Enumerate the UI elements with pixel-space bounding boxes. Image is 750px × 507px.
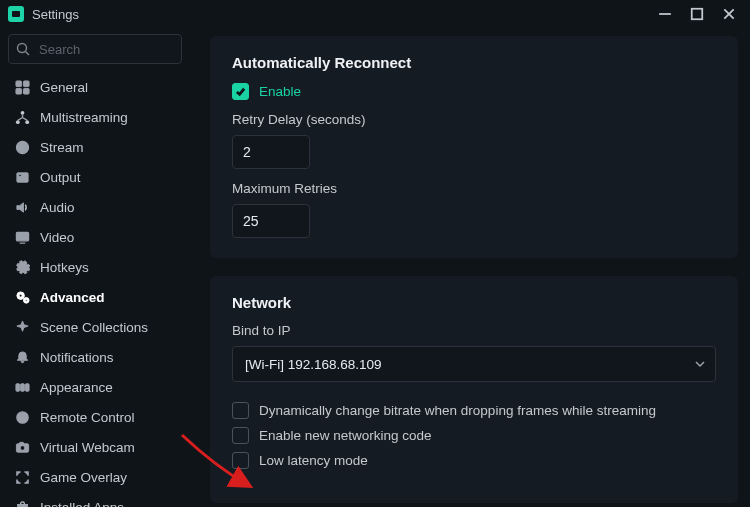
- sidebar-item-notifications[interactable]: Notifications: [6, 342, 184, 372]
- svg-point-5: [18, 44, 27, 53]
- gear-icon: [14, 259, 30, 275]
- svg-rect-2: [692, 9, 703, 20]
- sidebar: GeneralMultistreamingStreamOutputAudioVi…: [0, 28, 190, 507]
- sidebar-item-scene-collections[interactable]: Scene Collections: [6, 312, 184, 342]
- svg-rect-18: [18, 174, 21, 176]
- settings-panel: Automatically Reconnect Enable Retry Del…: [190, 28, 750, 507]
- checkbox-label: Enable new networking code: [259, 428, 432, 443]
- power-icon: [14, 409, 30, 425]
- sidebar-item-installed-apps[interactable]: Installed Apps: [6, 492, 184, 507]
- checkbox-icon: [232, 452, 249, 469]
- svg-point-22: [19, 294, 22, 297]
- cogs-icon: [14, 289, 30, 305]
- sidebar-item-label: Output: [40, 170, 81, 185]
- sidebar-item-audio[interactable]: Audio: [6, 192, 184, 222]
- sidebar-item-label: Multistreaming: [40, 110, 128, 125]
- svg-rect-10: [23, 88, 29, 94]
- grid-icon: [14, 79, 30, 95]
- titlebar: Settings: [0, 0, 750, 28]
- sidebar-item-label: Audio: [40, 200, 75, 215]
- search-icon: [16, 42, 30, 56]
- sidebar-item-label: Hotkeys: [40, 260, 89, 275]
- fork-icon: [14, 109, 30, 125]
- sidebar-item-label: Appearance: [40, 380, 113, 395]
- svg-point-12: [15, 120, 19, 124]
- sidebar-item-output[interactable]: Output: [6, 162, 184, 192]
- svg-rect-7: [15, 80, 21, 86]
- output-icon: [14, 169, 30, 185]
- sidebar-item-label: Notifications: [40, 350, 114, 365]
- svg-rect-25: [15, 383, 19, 391]
- sidebar-item-hotkeys[interactable]: Hotkeys: [6, 252, 184, 282]
- sidebar-item-label: Installed Apps: [40, 500, 124, 508]
- sidebar-item-label: General: [40, 80, 88, 95]
- sidebar-item-label: Remote Control: [40, 410, 135, 425]
- svg-rect-27: [25, 383, 29, 391]
- sidebar-item-appearance[interactable]: Appearance: [6, 372, 184, 402]
- enable-reconnect-checkbox[interactable]: Enable: [232, 83, 716, 100]
- svg-rect-26: [20, 383, 24, 391]
- sidebar-item-label: Game Overlay: [40, 470, 127, 485]
- monitor-icon: [14, 229, 30, 245]
- bell-icon: [14, 349, 30, 365]
- camera-icon: [14, 439, 30, 455]
- sidebar-item-label: Stream: [40, 140, 84, 155]
- dynamic-bitrate-checkbox[interactable]: Dynamically change bitrate when dropping…: [232, 402, 716, 419]
- max-retries-input[interactable]: [232, 204, 310, 238]
- bag-icon: [14, 499, 30, 507]
- svg-rect-32: [19, 442, 23, 444]
- network-section: Network Bind to IP [Wi-Fi] 192.168.68.10…: [210, 276, 738, 503]
- new-networking-checkbox[interactable]: Enable new networking code: [232, 427, 716, 444]
- window-title: Settings: [32, 7, 79, 22]
- minimize-button[interactable]: [658, 7, 672, 21]
- select-value: [Wi-Fi] 192.168.68.109: [245, 357, 382, 372]
- sidebar-item-multistreaming[interactable]: Multistreaming: [6, 102, 184, 132]
- sidebar-item-label: Virtual Webcam: [40, 440, 135, 455]
- section-title: Network: [232, 294, 716, 311]
- svg-point-13: [25, 120, 29, 124]
- checkbox-icon: [232, 427, 249, 444]
- close-button[interactable]: [722, 7, 736, 21]
- checkbox-icon: [232, 83, 249, 100]
- checkbox-label: Low latency mode: [259, 453, 368, 468]
- svg-line-6: [26, 52, 30, 56]
- sidebar-item-general[interactable]: General: [6, 72, 184, 102]
- svg-point-24: [25, 299, 27, 301]
- globe-icon: [14, 139, 30, 155]
- chevron-down-icon: [694, 358, 706, 370]
- sparkle-icon: [14, 319, 30, 335]
- app-logo-icon: [8, 6, 24, 22]
- svg-point-11: [20, 110, 24, 114]
- sidebar-item-video[interactable]: Video: [6, 222, 184, 252]
- section-title: Automatically Reconnect: [232, 54, 716, 71]
- maximize-button[interactable]: [690, 7, 704, 21]
- sidebar-item-label: Video: [40, 230, 74, 245]
- sidebar-item-remote-control[interactable]: Remote Control: [6, 402, 184, 432]
- svg-point-31: [20, 445, 25, 450]
- sidebar-item-game-overlay[interactable]: Game Overlay: [6, 462, 184, 492]
- expand-icon: [14, 469, 30, 485]
- swatches-icon: [14, 379, 30, 395]
- search-input[interactable]: [8, 34, 182, 64]
- checkbox-label: Enable: [259, 84, 301, 99]
- sidebar-item-stream[interactable]: Stream: [6, 132, 184, 162]
- speaker-icon: [14, 199, 30, 215]
- checkbox-label: Dynamically change bitrate when dropping…: [259, 403, 656, 418]
- sidebar-item-label: Scene Collections: [40, 320, 148, 335]
- checkbox-icon: [232, 402, 249, 419]
- retry-delay-label: Retry Delay (seconds): [232, 112, 716, 127]
- svg-rect-0: [12, 11, 20, 17]
- bind-ip-label: Bind to IP: [232, 323, 716, 338]
- low-latency-checkbox[interactable]: Low latency mode: [232, 452, 716, 469]
- max-retries-label: Maximum Retries: [232, 181, 716, 196]
- svg-rect-8: [23, 80, 29, 86]
- sidebar-item-label: Advanced: [40, 290, 105, 305]
- sidebar-item-advanced[interactable]: Advanced: [6, 282, 184, 312]
- retry-delay-input[interactable]: [232, 135, 310, 169]
- auto-reconnect-section: Automatically Reconnect Enable Retry Del…: [210, 36, 738, 258]
- svg-rect-19: [16, 232, 28, 240]
- svg-rect-9: [15, 88, 21, 94]
- bind-ip-select[interactable]: [Wi-Fi] 192.168.68.109: [232, 346, 716, 382]
- sidebar-item-virtual-webcam[interactable]: Virtual Webcam: [6, 432, 184, 462]
